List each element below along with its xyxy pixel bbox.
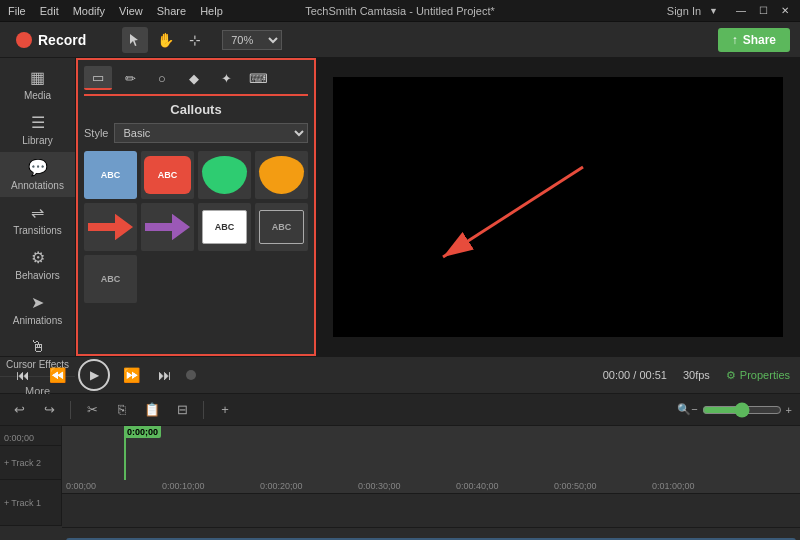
sidebar-item-annotations[interactable]: 💬 Annotations xyxy=(0,152,75,197)
add-track-button[interactable]: + xyxy=(214,399,236,421)
close-button[interactable]: ✕ xyxy=(778,4,792,18)
sidebar-item-transitions[interactable]: ⇌ Transitions xyxy=(0,197,75,242)
svg-line-2 xyxy=(443,167,583,257)
properties-button[interactable]: ⚙ Properties xyxy=(726,369,790,382)
menu-right: Sign In ▼ — ☐ ✕ xyxy=(667,4,792,18)
annotation-arrow xyxy=(383,107,643,307)
crop-tool-button[interactable]: ⊹ xyxy=(182,27,208,53)
menu-share[interactable]: Share xyxy=(157,5,186,17)
marker-2: 0:00:20;00 xyxy=(260,481,303,491)
timeline-zoom: 🔍− + xyxy=(677,402,792,418)
media-icon: ▦ xyxy=(30,68,45,87)
green-cloud-shape xyxy=(202,156,247,194)
playback-dot[interactable] xyxy=(186,370,196,380)
menu-edit[interactable]: Edit xyxy=(40,5,59,17)
callout-item-outline-rect[interactable]: ABC xyxy=(255,203,308,251)
menu-modify[interactable]: Modify xyxy=(73,5,105,17)
callout-item-yellow-cloud[interactable] xyxy=(255,151,308,199)
sidebar-transitions-label: Transitions xyxy=(13,225,62,236)
sidebar-item-animations[interactable]: ➤ Animations xyxy=(0,287,75,332)
step-forward-button[interactable]: ⏩ xyxy=(118,362,144,388)
canvas-area xyxy=(316,58,800,356)
redo-button[interactable]: ↪ xyxy=(38,399,60,421)
style-row: Style Basic Sketch Professional xyxy=(84,123,308,143)
share-label: Share xyxy=(743,33,776,47)
toolbar-separator-2 xyxy=(203,401,204,419)
canvas-inner[interactable] xyxy=(333,77,783,337)
current-time: 00:00 / 00:51 xyxy=(603,369,667,381)
menu-items: File Edit Modify View Share Help xyxy=(8,5,223,17)
sidebar-animations-label: Animations xyxy=(13,315,62,326)
menu-view[interactable]: View xyxy=(119,5,143,17)
undo-button[interactable]: ↩ xyxy=(8,399,30,421)
callout-item-blue-rect[interactable]: ABC xyxy=(84,151,137,199)
share-button[interactable]: ↑ Share xyxy=(718,28,790,52)
record-button[interactable]: Record xyxy=(10,28,96,52)
blue-rect-shape: ABC xyxy=(84,151,137,199)
skip-back-button[interactable]: ⏮ xyxy=(10,362,36,388)
track2-row[interactable] xyxy=(62,494,800,528)
library-icon: ☰ xyxy=(31,113,45,132)
behaviors-icon: ⚙ xyxy=(31,248,45,267)
menu-help[interactable]: Help xyxy=(200,5,223,17)
time-total: 00:51 xyxy=(639,369,667,381)
play-button[interactable]: ▶ xyxy=(78,359,110,391)
callout-item-text-only[interactable]: ABC xyxy=(84,255,137,303)
track1-name: Track 1 xyxy=(11,498,41,508)
sign-in-chevron[interactable]: ▼ xyxy=(709,6,718,16)
callouts-title: Callouts xyxy=(84,102,308,117)
callouts-tab-shapes[interactable]: ▭ xyxy=(84,66,112,90)
zoom-slider[interactable] xyxy=(702,402,782,418)
callout-item-white-rect[interactable]: ABC xyxy=(198,203,251,251)
playhead-time-display: 0:00;00 xyxy=(124,426,161,438)
time-ruler-start: 0:00;00 xyxy=(0,426,62,446)
callouts-tab-star[interactable]: ✦ xyxy=(212,66,240,90)
callouts-tabs: ▭ ✏ ○ ◆ ✦ ⌨ xyxy=(84,66,308,96)
zoom-select[interactable]: 70% 50% 100% xyxy=(222,30,282,50)
animations-icon: ➤ xyxy=(31,293,44,312)
skip-forward-button[interactable]: ⏭ xyxy=(152,362,178,388)
callout-item-red-arrow[interactable] xyxy=(84,203,137,251)
sidebar-item-behaviors[interactable]: ⚙ Behaviors xyxy=(0,242,75,287)
copy-button[interactable]: ⎘ xyxy=(111,399,133,421)
timeline-section: ↩ ↪ ✂ ⎘ 📋 ⊟ + 🔍− + 0:00;00 + Track 2 + T… xyxy=(0,394,800,540)
marker-5: 0:00:50;00 xyxy=(554,481,597,491)
menu-file[interactable]: File xyxy=(8,5,26,17)
fps-display: 30fps xyxy=(683,369,710,381)
cut-button[interactable]: ✂ xyxy=(81,399,103,421)
select-tool-button[interactable] xyxy=(122,27,148,53)
paste-button[interactable]: 📋 xyxy=(141,399,163,421)
properties-label: Properties xyxy=(740,369,790,381)
callouts-tab-keyboard[interactable]: ⌨ xyxy=(244,66,272,90)
toolbar: Record ✋ ⊹ 70% 50% 100% ↑ Share xyxy=(0,22,800,58)
maximize-button[interactable]: ☐ xyxy=(756,4,770,18)
callouts-tab-drop[interactable]: ◆ xyxy=(180,66,208,90)
red-speech-shape: ABC xyxy=(144,156,192,194)
zoom-in-icon[interactable]: + xyxy=(786,404,792,416)
timeline-toolbar: ↩ ↪ ✂ ⎘ 📋 ⊟ + 🔍− + xyxy=(0,394,800,426)
toolbar-tools: ✋ ⊹ xyxy=(122,27,208,53)
callouts-tab-circle[interactable]: ○ xyxy=(148,66,176,90)
zoom-out-icon[interactable]: 🔍− xyxy=(677,403,697,416)
hand-tool-button[interactable]: ✋ xyxy=(152,27,178,53)
playback-bar: ⏮ ⏪ ▶ ⏩ ⏭ 00:00 / 00:51 30fps ⚙ Properti… xyxy=(0,356,800,394)
style-select[interactable]: Basic Sketch Professional xyxy=(114,123,308,143)
track2-add-button[interactable]: + xyxy=(4,458,9,468)
track1-row[interactable]: ▶ Rec 01-16-19_002 (Screen) xyxy=(62,528,800,540)
sign-in-button[interactable]: Sign In xyxy=(667,5,701,17)
callouts-grid: ABC ABC ABC ABC xyxy=(84,151,308,303)
annotations-icon: 💬 xyxy=(28,158,48,177)
minimize-button[interactable]: — xyxy=(734,4,748,18)
step-back-button[interactable]: ⏪ xyxy=(44,362,70,388)
callouts-tab-pen[interactable]: ✏ xyxy=(116,66,144,90)
callout-item-purple-arrow[interactable] xyxy=(141,203,194,251)
time-current: 00:00 xyxy=(603,369,631,381)
yellow-cloud-shape xyxy=(259,156,304,194)
callout-item-red-speech[interactable]: ABC xyxy=(141,151,194,199)
split-button[interactable]: ⊟ xyxy=(171,399,193,421)
sidebar-item-media[interactable]: ▦ Media xyxy=(0,62,75,107)
callout-item-green-cloud[interactable] xyxy=(198,151,251,199)
track1-add-button[interactable]: + xyxy=(4,498,9,508)
sidebar-item-library[interactable]: ☰ Library xyxy=(0,107,75,152)
sidebar-behaviors-label: Behaviors xyxy=(15,270,59,281)
